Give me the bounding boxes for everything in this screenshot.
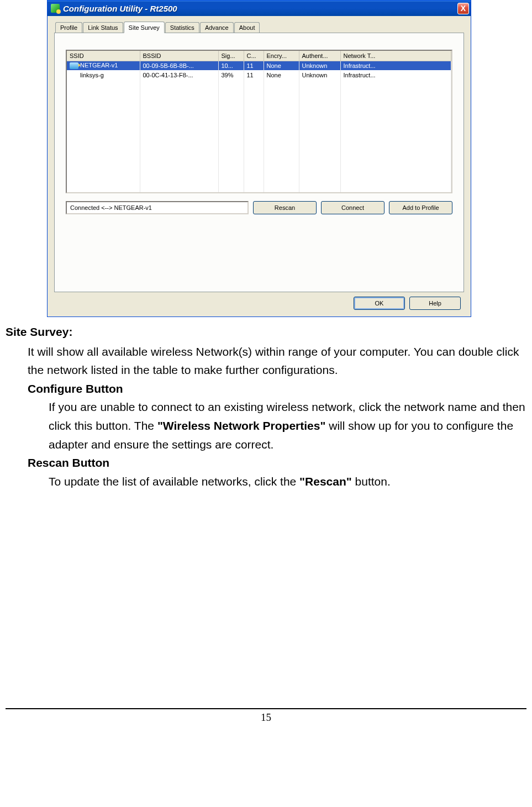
col-bssid[interactable]: BSSID [140, 51, 218, 61]
tab-link-status[interactable]: Link Status [83, 22, 123, 33]
cell-channel: 11 [244, 61, 264, 70]
table-row[interactable] [67, 89, 451, 98]
table-row[interactable]: linksys-g 00-0C-41-13-F8-... 39% 11 None… [67, 70, 451, 80]
table-row[interactable] [67, 136, 451, 145]
cell-encrypt: None [264, 61, 299, 70]
col-auth[interactable]: Authent... [299, 51, 340, 61]
tab-bar: Profile Link Status Site Survey Statisti… [54, 22, 464, 33]
cell-auth: Unknown [299, 61, 340, 70]
paragraph: To update the list of available networks… [6, 472, 526, 491]
connection-status: Connected <--> NETGEAR-v1 [66, 201, 249, 214]
titlebar[interactable]: Configuration Utility - Rt2500 X [48, 1, 471, 16]
column-header-row: SSID BSSID Sig... C... Encry... Authent.… [67, 51, 451, 61]
cell-channel: 11 [244, 70, 264, 80]
table-row[interactable] [67, 164, 451, 173]
table-row[interactable] [67, 98, 451, 108]
paragraph: It will show all available wireless Netw… [6, 342, 526, 379]
subheading-configure: Configure Button [6, 379, 526, 398]
table-row[interactable]: NETGEAR-v1 00-09-5B-6B-8B-... 10... 11 N… [67, 61, 451, 70]
cell-bssid: 00-0C-41-13-F8-... [140, 70, 218, 80]
col-encrypt[interactable]: Encry... [264, 51, 299, 61]
cell-nettype: Infrastruct... [340, 70, 451, 80]
cell-signal: 39% [218, 70, 244, 80]
cell-signal: 10... [218, 61, 244, 70]
cell-ssid: linksys-g [67, 70, 140, 80]
table-row[interactable] [67, 80, 451, 89]
ok-button[interactable]: OK [354, 297, 405, 310]
cell-nettype: Infrastruct... [340, 61, 451, 70]
rescan-button[interactable]: Rescan [253, 201, 317, 214]
col-channel[interactable]: C... [244, 51, 264, 61]
connect-button[interactable]: Connect [321, 201, 384, 214]
tab-site-survey[interactable]: Site Survey [124, 22, 165, 33]
table-row[interactable] [67, 155, 451, 164]
col-nettype[interactable]: Network T... [340, 51, 451, 61]
table-row[interactable] [67, 126, 451, 136]
page-number: 15 [6, 708, 526, 724]
close-icon[interactable]: X [457, 3, 469, 14]
cell-ssid: NETGEAR-v1 [80, 62, 118, 68]
tab-statistics[interactable]: Statistics [165, 22, 199, 33]
tab-about[interactable]: About [234, 22, 260, 33]
document-text: Site Survey: It will show all available … [6, 323, 526, 490]
cell-encrypt: None [264, 70, 299, 80]
network-list[interactable]: SSID BSSID Sig... C... Encry... Authent.… [66, 50, 452, 193]
config-utility-window: Configuration Utility - Rt2500 X Profile… [47, 0, 471, 317]
table-row[interactable] [67, 108, 451, 117]
window-title: Configuration Utility - Rt2500 [63, 4, 457, 13]
table-row[interactable] [67, 183, 451, 192]
section-heading: Site Survey: [6, 323, 526, 341]
table-row[interactable] [67, 145, 451, 155]
tab-profile[interactable]: Profile [55, 22, 82, 33]
table-row[interactable] [67, 117, 451, 126]
add-to-profile-button[interactable]: Add to Profile [389, 201, 452, 214]
col-ssid[interactable]: SSID [67, 51, 140, 61]
app-icon [51, 4, 60, 13]
tab-panel: SSID BSSID Sig... C... Encry... Authent.… [54, 33, 464, 292]
col-signal[interactable]: Sig... [218, 51, 244, 61]
help-button[interactable]: Help [409, 297, 461, 310]
subheading-rescan: Rescan Button [6, 453, 526, 472]
cell-auth: Unknown [299, 70, 340, 80]
tab-advance[interactable]: Advance [200, 22, 234, 33]
cell-bssid: 00-09-5B-6B-8B-... [140, 61, 218, 70]
network-icon [70, 62, 78, 69]
table-row[interactable] [67, 173, 451, 183]
paragraph: If you are unable to connect to an exist… [6, 398, 526, 453]
